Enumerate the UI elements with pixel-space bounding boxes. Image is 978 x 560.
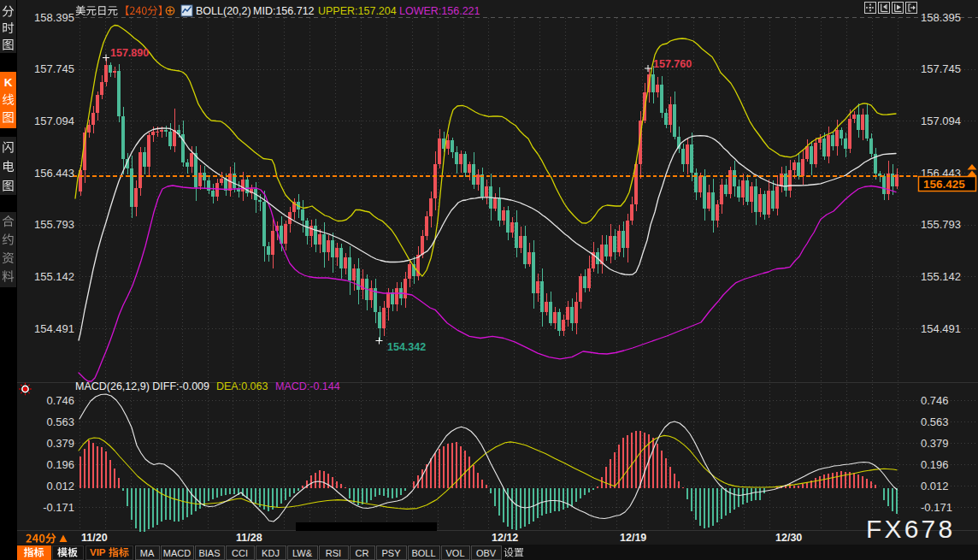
svg-text:0.746: 0.746 (46, 394, 74, 407)
svg-text:12/19: 12/19 (620, 532, 646, 544)
svg-text:157.094: 157.094 (34, 115, 74, 127)
svg-text:0.379: 0.379 (921, 437, 949, 450)
svg-text:MACD: MACD (163, 548, 191, 558)
svg-text:11/28: 11/28 (236, 532, 262, 544)
svg-text:BOLL: BOLL (411, 548, 435, 558)
svg-text:155.142: 155.142 (34, 270, 74, 283)
svg-text:155.142: 155.142 (921, 270, 961, 283)
svg-text:KDJ: KDJ (262, 548, 280, 558)
svg-text:UPPER:157.204: UPPER:157.204 (318, 5, 397, 17)
svg-text:0.563: 0.563 (921, 416, 949, 428)
svg-text:11/20: 11/20 (81, 532, 108, 544)
svg-text:BOLL(20,2): BOLL(20,2) (196, 5, 251, 17)
svg-text:K: K (4, 76, 13, 89)
svg-text:CCI: CCI (232, 548, 248, 558)
svg-text:0.196: 0.196 (46, 458, 74, 471)
svg-text:12/12: 12/12 (492, 532, 518, 544)
svg-text:OBV: OBV (476, 548, 497, 558)
svg-text:MACD:-0.144: MACD:-0.144 (275, 380, 340, 392)
svg-text:LW&: LW& (292, 548, 313, 558)
svg-text:156.425: 156.425 (923, 178, 965, 191)
svg-text:PSY: PSY (381, 548, 401, 558)
svg-text:0.196: 0.196 (921, 458, 949, 471)
svg-text:-0.171: -0.171 (43, 501, 74, 514)
svg-text:154.342: 154.342 (387, 341, 426, 353)
svg-text:155.793: 155.793 (921, 218, 961, 231)
svg-text:CR: CR (356, 548, 369, 558)
svg-text:0.012: 0.012 (921, 480, 949, 492)
svg-text:158.395: 158.395 (921, 11, 961, 24)
svg-text:157.745: 157.745 (921, 62, 961, 75)
svg-text:0.563: 0.563 (46, 416, 74, 428)
svg-text:LOWER:156.221: LOWER:156.221 (399, 5, 480, 17)
svg-text:157.094: 157.094 (921, 115, 961, 127)
svg-text:0.746: 0.746 (921, 394, 949, 407)
svg-text:MA: MA (140, 548, 155, 558)
svg-text:MACD(26,12,9) DIFF:-0.009: MACD(26,12,9) DIFF:-0.009 (75, 380, 209, 392)
svg-text:0.012: 0.012 (46, 480, 74, 492)
svg-text:154.491: 154.491 (34, 322, 74, 335)
svg-text:157.760: 157.760 (653, 58, 692, 70)
svg-text:157.745: 157.745 (34, 62, 74, 75)
svg-text:RSI: RSI (326, 548, 341, 558)
svg-text:DEA:0.063: DEA:0.063 (216, 380, 268, 392)
svg-text:BIAS: BIAS (198, 548, 220, 558)
svg-text:157.890: 157.890 (110, 47, 149, 59)
svg-text:154.491: 154.491 (921, 322, 961, 335)
svg-text:-0.171: -0.171 (921, 501, 952, 514)
svg-text:155.793: 155.793 (34, 218, 74, 231)
svg-text:158.395: 158.395 (34, 11, 74, 24)
svg-text:VOL: VOL (445, 548, 464, 558)
svg-text:FX678: FX678 (866, 515, 955, 543)
svg-text:156.443: 156.443 (34, 167, 74, 180)
svg-text:MID:156.712: MID:156.712 (253, 5, 315, 17)
svg-text:12/30: 12/30 (775, 532, 802, 544)
svg-text:0.379: 0.379 (46, 437, 74, 450)
svg-text:VIP: VIP (90, 547, 106, 557)
